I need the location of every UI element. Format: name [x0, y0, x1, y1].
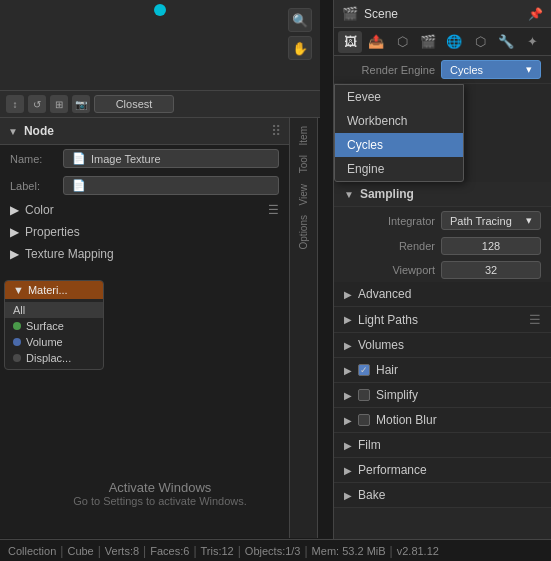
sampling-tri: ▼ [344, 189, 354, 200]
status-verts: Verts:8 [105, 545, 139, 557]
hair-header[interactable]: ▶ ✓ Hair [334, 358, 551, 382]
motion-blur-section: ▶ Motion Blur [334, 408, 551, 433]
advanced-tri: ▶ [344, 289, 352, 300]
item-label[interactable]: Item [298, 122, 309, 149]
engine-eevee[interactable]: Eevee [335, 85, 463, 109]
render-samples-value[interactable]: 128 [441, 237, 541, 255]
texmap-triangle: ▶ [10, 247, 19, 261]
tool-label[interactable]: Tool [298, 151, 309, 177]
props-title: Scene [364, 7, 398, 21]
material-panel-title: Materi... [28, 284, 68, 296]
material-panel: ▼ Materi... All Surface Volume Displac..… [4, 280, 104, 370]
render-props-icon[interactable]: 🖼 [338, 31, 362, 53]
render-engine-chevron: ▾ [526, 63, 532, 76]
status-sep-4: | [193, 544, 196, 558]
name-field-text: Image Texture [91, 153, 161, 165]
status-sep-6: | [304, 544, 307, 558]
color-triangle: ▶ [10, 203, 19, 217]
render-engine-label: Render Engine [344, 64, 435, 76]
object-props-icon[interactable]: ⬡ [468, 31, 492, 53]
name-value[interactable]: 📄 Image Texture [63, 149, 279, 168]
name-field-icon: 📄 [72, 152, 86, 165]
material-panel-header: ▼ Materi... [5, 281, 103, 299]
hair-tri: ▶ [344, 365, 352, 376]
output-props-icon[interactable]: 📤 [364, 31, 388, 53]
bake-section: ▶ Bake [334, 483, 551, 508]
color-list-icon[interactable]: ☰ [268, 203, 279, 217]
icon-bar: Item Tool View Options [290, 118, 318, 538]
header-icon-2[interactable]: ↺ [28, 95, 46, 113]
status-sep-5: | [238, 544, 241, 558]
advanced-header[interactable]: ▶ Advanced [334, 282, 551, 306]
view-layer-icon[interactable]: ⬡ [390, 31, 414, 53]
properties-section[interactable]: ▶ Properties [0, 221, 289, 243]
header-icon-4[interactable]: 📷 [72, 95, 90, 113]
motion-blur-title: Motion Blur [376, 413, 437, 427]
props-content: Render Engine Cycles ▾ Eevee Workbench C… [334, 56, 551, 539]
material-item-surface: Surface [5, 318, 103, 334]
film-tri: ▶ [344, 440, 352, 451]
render-engine-dropdown[interactable]: Cycles ▾ [441, 60, 541, 79]
light-paths-header[interactable]: ▶ Light Paths ☰ [334, 307, 551, 332]
props-pin[interactable]: 📌 [528, 7, 543, 21]
status-faces: Faces:6 [150, 545, 189, 557]
simplify-section: ▶ Simplify [334, 383, 551, 408]
film-header[interactable]: ▶ Film [334, 433, 551, 457]
performance-title: Performance [358, 463, 427, 477]
bake-header[interactable]: ▶ Bake [334, 483, 551, 507]
advanced-section: ▶ Advanced [334, 282, 551, 307]
scene-props-icon[interactable]: 🎬 [416, 31, 440, 53]
header-icon-1[interactable]: ↕ [6, 95, 24, 113]
particles-icon[interactable]: ✦ [520, 31, 544, 53]
node-panel-header: ▼ Node ⠿ [0, 118, 289, 145]
label-value[interactable]: 📄 [63, 176, 279, 195]
engine-engine[interactable]: Engine [335, 157, 463, 181]
scene-icon: 🎬 [342, 6, 358, 21]
performance-header[interactable]: ▶ Performance [334, 458, 551, 482]
header-icon-3[interactable]: ⊞ [50, 95, 68, 113]
node-panel-title: Node [24, 124, 54, 138]
integrator-row: Integrator Path Tracing ▾ [334, 207, 551, 234]
right-icon-strip: 🖼 📤 ⬡ 🎬 🌐 ⬡ 🔧 ✦ [334, 28, 551, 56]
props-header: 🎬 Scene 📌 [334, 0, 551, 28]
hand-btn[interactable]: ✋ [288, 36, 312, 60]
options-label[interactable]: Options [298, 211, 309, 253]
status-sep-3: | [143, 544, 146, 558]
engine-workbench[interactable]: Workbench [335, 109, 463, 133]
motion-blur-tri: ▶ [344, 415, 352, 426]
volume-label: Volume [26, 336, 63, 348]
world-icon[interactable]: 🌐 [442, 31, 466, 53]
viewport-indicator [154, 4, 166, 16]
material-tab-all[interactable]: All [5, 302, 103, 318]
render-samples-label: Render [344, 240, 435, 252]
hair-title: Hair [376, 363, 398, 377]
material-triangle: ▼ [13, 284, 24, 296]
simplify-header[interactable]: ▶ Simplify [334, 383, 551, 407]
motion-blur-checkbox[interactable] [358, 414, 370, 426]
props-triangle: ▶ [10, 225, 19, 239]
view-dropdown[interactable]: Closest [94, 95, 174, 113]
texture-mapping-section[interactable]: ▶ Texture Mapping [0, 243, 289, 265]
material-list: All Surface Volume Displac... [5, 299, 103, 369]
color-controls: ☰ [268, 203, 279, 217]
simplify-checkbox[interactable] [358, 389, 370, 401]
viewport-samples-label: Viewport [344, 264, 435, 276]
viewport-samples-value[interactable]: 32 [441, 261, 541, 279]
material-item-displace: Displac... [5, 350, 103, 366]
view-label-vert[interactable]: View [298, 180, 309, 210]
zoom-btn[interactable]: 🔍 [288, 8, 312, 32]
header-bar: ↕ ↺ ⊞ 📷 Closest [0, 90, 320, 118]
render-engine-value: Cycles [450, 64, 483, 76]
motion-blur-header[interactable]: ▶ Motion Blur [334, 408, 551, 432]
modifier-icon[interactable]: 🔧 [494, 31, 518, 53]
engine-cycles[interactable]: Cycles [335, 133, 463, 157]
volumes-header[interactable]: ▶ Volumes [334, 333, 551, 357]
node-panel-drag: ⠿ [271, 123, 281, 139]
name-field-row: Name: 📄 Image Texture [0, 145, 289, 172]
color-section[interactable]: ▶ Color ☰ [0, 199, 289, 221]
volumes-section: ▶ Volumes [334, 333, 551, 358]
light-paths-list-icon[interactable]: ☰ [529, 312, 541, 327]
integrator-dropdown[interactable]: Path Tracing ▾ [441, 211, 541, 230]
volume-dot [13, 338, 21, 346]
hair-checkbox[interactable]: ✓ [358, 364, 370, 376]
